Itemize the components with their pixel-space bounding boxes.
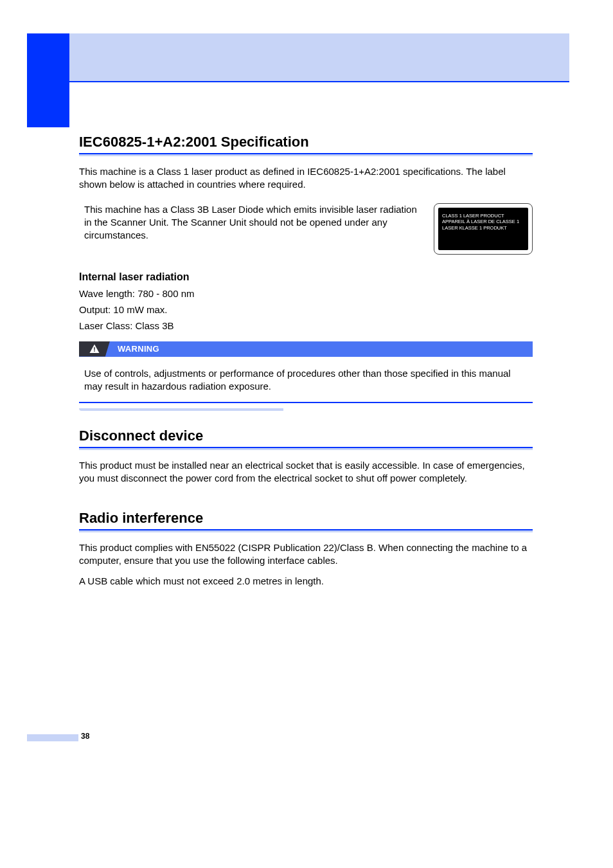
diode-row: This machine has a Class 3B Laser Diode … <box>84 203 533 255</box>
laser-label-line-1: CLASS 1 LASER PRODUCT <box>442 213 524 219</box>
laser-label-box: CLASS 1 LASER PRODUCT APPAREIL À LASER D… <box>434 203 533 255</box>
section-title-radio: Radio interference <box>79 510 533 527</box>
svg-rect-1 <box>94 350 95 352</box>
iec-intro: This machine is a Class 1 laser product … <box>79 165 533 192</box>
section-title-underline <box>79 529 533 532</box>
warning-body: Use of controls, adjustments or performa… <box>84 367 528 393</box>
warning-banner: WARNING <box>79 341 533 357</box>
section-title-iec: IEC60825-1+A2:2001 Specification <box>79 134 533 150</box>
header-underline <box>69 81 569 82</box>
warning-close-line <box>79 402 533 403</box>
spec-wave: Wave length: 780 - 800 nm <box>79 288 533 299</box>
page-number: 38 <box>81 732 89 741</box>
section-title-disconnect: Disconnect device <box>79 428 533 444</box>
warning-icon <box>79 341 110 357</box>
header-band <box>69 33 569 82</box>
spec-output: Output: 10 mW max. <box>79 304 533 315</box>
warning-close-fade <box>79 408 283 411</box>
radio-body-1: This product complies with EN55022 (CISP… <box>79 541 533 568</box>
page-number-bar <box>27 734 78 741</box>
svg-rect-0 <box>94 347 95 350</box>
disconnect-body: This product must be installed near an e… <box>79 459 533 485</box>
spec-class: Laser Class: Class 3B <box>79 320 533 331</box>
chapter-tab <box>27 33 69 127</box>
diode-text: This machine has a Class 3B Laser Diode … <box>84 203 418 242</box>
section-title-underline <box>79 153 533 156</box>
laser-label-line-3: LASER KLASSE 1 PRODUKT <box>442 225 524 231</box>
laser-label-inner: CLASS 1 LASER PRODUCT APPAREIL À LASER D… <box>438 208 528 250</box>
page-content: IEC60825-1+A2:2001 Specification This ma… <box>79 134 533 595</box>
warning-label: WARNING <box>110 344 159 354</box>
laser-label-line-2: APPAREIL À LASER DE CLASSE 1 <box>442 219 524 225</box>
internal-heading: Internal laser radiation <box>79 271 533 283</box>
radio-body-2: A USB cable which must not exceed 2.0 me… <box>79 575 533 588</box>
section-title-underline <box>79 447 533 450</box>
